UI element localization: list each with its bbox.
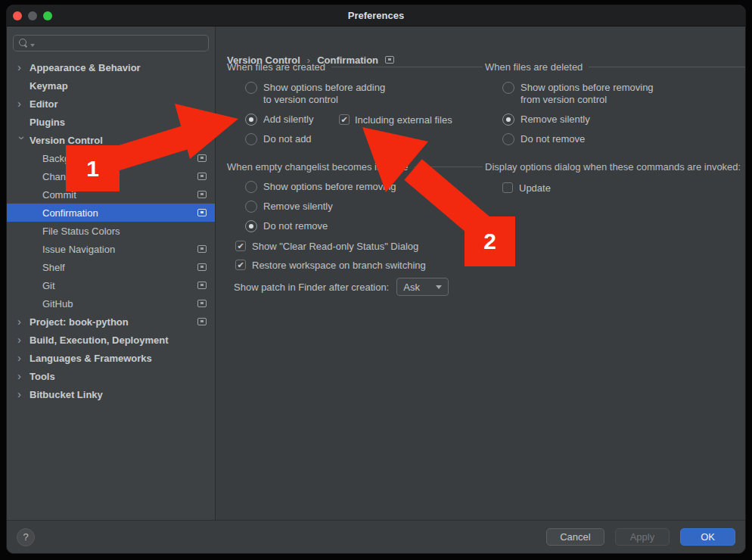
section-empty-changelist: When empty changelist becomes inactive — [227, 160, 483, 173]
window-body: ›Appearance & BehaviorKeymap›EditorPlugi… — [7, 26, 745, 520]
radio-option-show-options-before-adding[interactable]: Show options before adding to version co… — [245, 82, 483, 106]
patch-dropdown[interactable]: Ask — [396, 278, 449, 296]
sidebar-item-project-book-python[interactable]: ›Project: book-python — [7, 313, 215, 331]
selected-radio-icon[interactable] — [502, 114, 514, 126]
sidebar-item-label: File Status Colors — [42, 226, 120, 237]
apply-button[interactable]: Apply — [615, 528, 670, 546]
selected-radio-icon[interactable] — [245, 114, 257, 126]
unselected-radio-icon[interactable] — [245, 133, 257, 145]
radio-option-do-not-remove[interactable]: Do not remove — [502, 133, 745, 145]
close-window-button[interactable] — [13, 11, 22, 20]
radio-option-add-silently[interactable]: Add silently✔Including external files — [245, 114, 483, 126]
sidebar-item-label: Languages & Frameworks — [30, 353, 152, 364]
radio-option-do-not-add[interactable]: Do not add — [245, 133, 483, 145]
radio-option-label: Remove silently — [263, 201, 333, 213]
sidebar-item-languages-frameworks[interactable]: ›Languages & Frameworks — [7, 349, 215, 367]
unselected-radio-icon[interactable] — [502, 133, 514, 145]
search-icon — [19, 39, 28, 48]
checkmark-icon: ✔ — [340, 116, 347, 124]
settings-content: Version Control › Confirmation When file… — [216, 26, 745, 520]
sidebar-item-appearance-behavior[interactable]: ›Appearance & Behavior — [7, 58, 215, 76]
chevron-collapsed-icon[interactable]: › — [17, 98, 26, 109]
checkbox-row-restore-workspace-on-branch-switching[interactable]: ✔Restore workspace on branch switching — [235, 259, 483, 271]
sidebar-item-label: GitHub — [42, 298, 73, 310]
help-button[interactable]: ? — [17, 528, 35, 546]
cancel-button[interactable]: Cancel — [546, 528, 604, 546]
checked-checkbox-show-clear-read-only-status-dialog[interactable]: ✔ — [235, 241, 246, 251]
unselected-radio-icon[interactable] — [245, 82, 257, 94]
section-when-files-deleted: When files are deleted — [485, 61, 745, 73]
checked-checkbox-restore-workspace-on-branch-switching[interactable]: ✔ — [235, 260, 246, 270]
sidebar-item-version-control[interactable]: ›Version Control — [7, 131, 215, 149]
radio-option-label: Show options before removing — [263, 181, 396, 193]
sidebar-item-file-status-colors[interactable]: File Status Colors — [7, 222, 215, 240]
sidebar-item-shelf[interactable]: Shelf — [7, 258, 215, 276]
chevron-collapsed-icon[interactable]: › — [17, 61, 26, 73]
chevron-collapsed-icon[interactable]: › — [17, 352, 26, 363]
unselected-radio-icon[interactable] — [502, 82, 514, 94]
sidebar-item-label: Git — [42, 280, 55, 291]
sidebar-item-build-execution-deployment[interactable]: ›Build, Execution, Deployment — [7, 331, 215, 349]
checkbox-row-show-clear-read-only-status-dialog[interactable]: ✔Show "Clear Read-only Status" Dialog — [235, 240, 483, 252]
checkbox-label: Restore workspace on branch switching — [252, 260, 426, 271]
sidebar-item-issue-navigation[interactable]: Issue Navigation — [7, 240, 215, 258]
chevron-collapsed-icon[interactable]: › — [17, 334, 26, 345]
section-title: When files are created — [227, 61, 325, 73]
sidebar-item-git[interactable]: Git — [7, 276, 215, 294]
radio-option-label: Show options before removing from versio… — [520, 82, 654, 106]
checked-checkbox-including-external-files[interactable]: ✔ — [339, 114, 350, 125]
sidebar-tree: ›Appearance & BehaviorKeymap›EditorPlugi… — [7, 58, 215, 403]
standalone-checkboxes: ✔Show "Clear Read-only Status" Dialog✔Re… — [227, 240, 483, 271]
sidebar-item-keymap[interactable]: Keymap — [7, 76, 215, 95]
sidebar-item-commit[interactable]: Commit — [7, 185, 215, 204]
sidebar-item-label: Build, Execution, Deployment — [30, 334, 168, 346]
section-title: When empty changelist becomes inactive — [227, 161, 408, 173]
checkbox-row-update[interactable]: ✔Update — [502, 182, 745, 194]
sidebar-item-bitbucket-linky[interactable]: ›Bitbucket Linky — [7, 385, 215, 403]
sidebar-item-label: Changelists — [42, 171, 94, 182]
chevron-collapsed-icon[interactable]: › — [17, 316, 26, 327]
sidebar-item-plugins[interactable]: Plugins — [7, 113, 215, 131]
footer-buttons: Cancel Apply OK — [546, 528, 735, 546]
radio-option-do-not-remove[interactable]: Do not remove — [245, 220, 483, 232]
sidebar-item-editor[interactable]: ›Editor — [7, 95, 215, 113]
sidebar-item-label: Editor — [30, 98, 58, 110]
chevron-expanded-icon[interactable]: › — [17, 136, 28, 145]
section-divider-line — [414, 166, 483, 167]
display-options-checkboxes: ✔Update — [485, 182, 745, 194]
unselected-radio-icon[interactable] — [245, 201, 257, 213]
selected-radio-icon[interactable] — [245, 220, 257, 232]
inline-checkbox-including-external-files[interactable]: ✔Including external files — [339, 114, 452, 126]
radio-option-remove-silently[interactable]: Remove silently — [245, 201, 483, 213]
radio-option-show-options-before-removing[interactable]: Show options before removing from versio… — [502, 82, 745, 106]
sidebar-item-label: Issue Navigation — [42, 244, 115, 255]
section-divider-line — [331, 67, 483, 67]
window-title: Preferences — [348, 10, 404, 21]
sidebar-item-github[interactable]: GitHub — [7, 294, 215, 313]
minimize-window-button[interactable] — [28, 11, 37, 20]
in-project-settings-icon — [197, 300, 207, 307]
radio-option-remove-silently[interactable]: Remove silently — [502, 114, 745, 126]
unchecked-checkbox-update[interactable]: ✔ — [502, 182, 513, 193]
radio-option-label: Do not add — [263, 133, 312, 145]
unselected-radio-icon[interactable] — [245, 181, 257, 193]
chevron-collapsed-icon[interactable]: › — [17, 388, 26, 400]
sidebar-item-changelists[interactable]: Changelists — [7, 167, 215, 185]
zoom-window-button[interactable] — [43, 11, 52, 20]
checkbox-label: Update — [519, 182, 551, 194]
search-options-caret-icon[interactable] — [30, 44, 35, 47]
sidebar-item-tools[interactable]: ›Tools — [7, 367, 215, 385]
in-project-settings-icon — [197, 154, 207, 162]
section-divider-line — [589, 67, 745, 67]
radio-option-show-options-before-removing[interactable]: Show options before removing — [245, 181, 483, 193]
sidebar-item-confirmation[interactable]: Confirmation — [7, 204, 215, 222]
sidebar-item-background[interactable]: Background — [7, 149, 215, 167]
titlebar: Preferences — [7, 5, 745, 26]
ok-button[interactable]: OK — [680, 528, 735, 546]
chevron-collapsed-icon[interactable]: › — [17, 370, 26, 381]
sidebar-item-label: Appearance & Behavior — [30, 62, 141, 73]
sidebar-item-label: Tools — [30, 371, 55, 382]
right-column: When files are deleted Show options befo… — [485, 61, 745, 201]
in-project-settings-icon — [197, 173, 207, 180]
settings-search-input[interactable] — [13, 35, 209, 51]
